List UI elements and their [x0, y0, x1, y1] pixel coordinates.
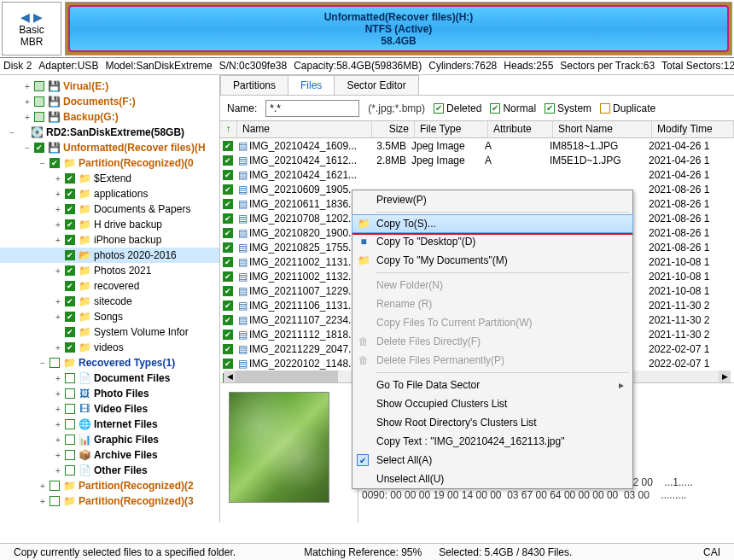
tree-checkbox[interactable]: [50, 496, 60, 506]
file-checkbox[interactable]: ✔: [223, 213, 233, 224]
expand-icon[interactable]: +: [38, 481, 48, 491]
file-checkbox[interactable]: ✔: [223, 170, 233, 180]
tree-node[interactable]: +📦Archive Files: [0, 447, 219, 463]
tree-node[interactable]: +📁Partition(Recognized)(3: [0, 493, 219, 509]
tree-checkbox[interactable]: [65, 404, 75, 414]
tree-node[interactable]: ✔📂photos 2020-2016: [0, 248, 219, 263]
expand-icon[interactable]: +: [53, 451, 63, 460]
tree-checkbox[interactable]: ✔: [65, 296, 75, 306]
expand-icon[interactable]: +: [53, 236, 63, 245]
menu-copy-to[interactable]: 📁Copy To(S)...: [352, 214, 633, 233]
file-checkbox[interactable]: ✔: [223, 242, 233, 253]
file-checkbox[interactable]: ✔: [223, 228, 233, 238]
tree-checkbox[interactable]: ✔: [65, 189, 75, 199]
expand-icon[interactable]: +: [53, 435, 63, 445]
tree-node[interactable]: +✔📁Songs: [0, 309, 219, 324]
file-checkbox[interactable]: ✔: [223, 330, 233, 340]
tree-node[interactable]: +📄Other Files: [0, 463, 219, 478]
expand-icon[interactable]: +: [22, 82, 32, 91]
col-short[interactable]: Short Name: [553, 121, 652, 137]
filter-pattern-input[interactable]: [265, 100, 359, 117]
tree-checkbox[interactable]: ✔: [50, 158, 60, 168]
expand-icon[interactable]: +: [53, 312, 63, 322]
image-thumbnail[interactable]: [229, 392, 329, 503]
file-row[interactable]: ✔▤IMG_20210424_1609...3.5MBJpeg ImageAIM…: [220, 138, 734, 153]
volume-bar[interactable]: Unformatted(Recover files)(H:) NTFS (Act…: [65, 2, 732, 55]
tree-checkbox[interactable]: ✔: [65, 265, 75, 276]
tree-checkbox[interactable]: [65, 419, 75, 429]
expand-icon[interactable]: +: [53, 389, 63, 399]
scroll-thumb[interactable]: [236, 370, 338, 382]
menu-select-all[interactable]: ✔Select All(A): [352, 451, 632, 470]
tree-checkbox[interactable]: ✔: [34, 143, 44, 153]
filter-deleted[interactable]: ✔Deleted: [434, 102, 481, 114]
menu-preview[interactable]: Preview(P): [352, 190, 632, 209]
file-checkbox[interactable]: ✔: [223, 359, 233, 369]
menu-occupied-clusters[interactable]: Show Occupied Clusters List: [352, 394, 632, 413]
file-checkbox[interactable]: ✔: [223, 199, 233, 209]
file-checkbox[interactable]: ✔: [223, 257, 233, 267]
tree-checkbox[interactable]: ✔: [65, 173, 75, 184]
tree-node[interactable]: ✔📁System Volume Infor: [0, 324, 219, 340]
tree-checkbox[interactable]: ✔: [65, 327, 75, 337]
tree-node[interactable]: +✔📁videos: [0, 340, 219, 355]
file-checkbox[interactable]: ✔: [223, 184, 233, 195]
tree-node[interactable]: +🎞Video Files: [0, 401, 219, 417]
col-modify[interactable]: Modify Time: [652, 121, 734, 137]
col-size[interactable]: Size: [372, 121, 415, 137]
tree-checkbox[interactable]: [34, 112, 44, 122]
expand-icon[interactable]: +: [53, 374, 63, 383]
tree-node[interactable]: +🖼Photo Files: [0, 386, 219, 401]
tree-node[interactable]: +✔📁sitecode: [0, 294, 219, 309]
file-checkbox[interactable]: ✔: [223, 286, 233, 296]
expand-icon[interactable]: +: [53, 205, 63, 214]
expand-icon[interactable]: +: [22, 113, 32, 122]
tree-node[interactable]: −✔💾Unformatted(Recover files)(H: [0, 140, 219, 155]
tree-node[interactable]: +💾Documents(F:): [0, 94, 219, 109]
tab-files[interactable]: Files: [288, 75, 335, 95]
expand-icon[interactable]: +: [53, 220, 63, 230]
tree-checkbox[interactable]: ✔: [65, 235, 75, 245]
tree-node[interactable]: +💾Virual(E:): [0, 79, 219, 94]
menu-copy-desktop[interactable]: ■Copy To "Desktop"(D): [352, 232, 632, 251]
menu-copy-text[interactable]: Copy Text : "IMG_20210424_162113.jpg": [352, 432, 632, 451]
tree-node[interactable]: ✔📁recovered: [0, 278, 219, 294]
expand-icon[interactable]: +: [53, 343, 63, 353]
nav-arrows-icon[interactable]: ◀ ▶: [20, 10, 43, 24]
tree-checkbox[interactable]: ✔: [65, 281, 75, 291]
tree-node[interactable]: +✔📁applications: [0, 186, 219, 201]
tree-checkbox[interactable]: [65, 465, 75, 475]
expand-icon[interactable]: +: [53, 266, 63, 276]
expand-icon[interactable]: −: [38, 359, 48, 368]
tree-node[interactable]: +✔📁$Extend: [0, 171, 219, 186]
col-type[interactable]: File Type: [415, 121, 488, 137]
filter-normal[interactable]: ✔Normal: [490, 102, 536, 114]
tree-checkbox[interactable]: [34, 81, 44, 91]
tree-checkbox[interactable]: ✔: [65, 250, 75, 260]
expand-icon[interactable]: +: [53, 190, 63, 199]
menu-unselect-all[interactable]: Unselect All(U): [352, 470, 632, 488]
file-checkbox[interactable]: ✔: [223, 344, 233, 354]
expand-icon[interactable]: +: [53, 420, 63, 429]
expand-icon[interactable]: +: [53, 174, 63, 184]
tree-node[interactable]: +📄Document Files: [0, 370, 219, 386]
column-headers[interactable]: ↑ Name Size File Type Attribute Short Na…: [220, 121, 734, 138]
disk-mbr-block[interactable]: ◀ ▶ Basic MBR: [2, 2, 61, 55]
file-checkbox[interactable]: ✔: [223, 300, 233, 311]
expand-icon[interactable]: −: [7, 128, 17, 137]
tab-partitions[interactable]: Partitions: [220, 75, 288, 95]
tree-checkbox[interactable]: ✔: [65, 204, 75, 214]
tree-panel[interactable]: +💾Virual(E:)+💾Documents(F:)+💾Backup(G:)−…: [0, 75, 220, 522]
tree-checkbox[interactable]: [50, 358, 60, 368]
tree-checkbox[interactable]: ✔: [65, 342, 75, 353]
tree-node[interactable]: +🌐Internet Files: [0, 417, 219, 432]
file-checkbox[interactable]: ✔: [223, 155, 233, 166]
expand-icon[interactable]: −: [38, 159, 48, 168]
tree-checkbox[interactable]: [65, 450, 75, 460]
tree-node[interactable]: +✔📁H drive backup: [0, 217, 219, 232]
filter-system[interactable]: ✔System: [545, 102, 591, 114]
file-row[interactable]: ✔▤IMG_20210424_1621...2021-04-26 1: [220, 167, 734, 182]
menu-goto-sector[interactable]: Go To File Data Sector▸: [352, 376, 632, 394]
tree-node[interactable]: +📊Graphic Files: [0, 432, 219, 447]
tree-checkbox[interactable]: [50, 481, 60, 491]
